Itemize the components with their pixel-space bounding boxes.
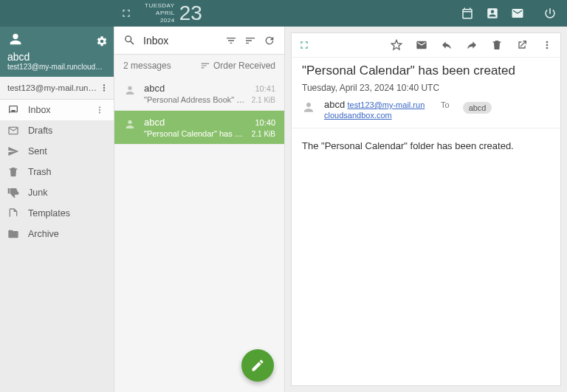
sort-order-label: Order Received: [213, 61, 275, 71]
svg-point-1: [128, 120, 131, 124]
fullscreen-icon[interactable]: [114, 0, 139, 27]
viewer-toolbar: [292, 33, 560, 58]
sidebar-item-drafts[interactable]: Drafts: [0, 120, 114, 141]
message-date: Tuesday, April 23, 2024 10:40 UTC: [302, 83, 550, 93]
more-vert-icon[interactable]: [541, 39, 553, 51]
filter-icon[interactable]: [225, 35, 237, 47]
open-new-icon[interactable]: [516, 39, 528, 51]
person-icon: [123, 117, 137, 138]
message-row[interactable]: abcd10:40"Personal Calendar" has been cr…: [114, 111, 284, 145]
reply-icon[interactable]: [441, 39, 453, 51]
contacts-icon[interactable]: [486, 7, 499, 20]
folder-label: Sent: [28, 146, 47, 157]
list-subheader: 2 messages Order Received: [114, 55, 284, 77]
msg-subject: "Personal Calendar" has been created: [144, 129, 247, 138]
account-email: test123@my-mail.runcloudsa...: [7, 83, 99, 92]
date-dayname: TUESDAY: [145, 2, 175, 10]
date-year: 2024: [160, 17, 175, 24]
topbar: TUESDAY APRIL 2024 23: [0, 0, 567, 27]
svg-point-2: [306, 103, 311, 107]
list-header: Inbox: [114, 27, 284, 55]
more-vert-icon[interactable]: [94, 105, 108, 115]
message-list: Inbox 2 messages Order Received abcd10:4…: [114, 27, 285, 392]
star-icon[interactable]: [391, 39, 402, 51]
folder-label: Inbox: [28, 105, 51, 115]
forward-icon[interactable]: [466, 39, 478, 51]
message-header: "Personal Calendar" has been created Tue…: [292, 58, 560, 128]
trash-icon: [7, 166, 21, 178]
msg-size: 2.1 KiB: [252, 130, 275, 138]
date-month: APRIL: [156, 10, 175, 17]
date-daynum: 23: [179, 3, 202, 24]
gear-icon[interactable]: [96, 35, 108, 47]
person-icon: [302, 99, 317, 116]
folder-list: InboxDraftsSentTrashJunkTemplatesArchive: [0, 100, 114, 244]
sort-icon[interactable]: [244, 35, 256, 47]
message-count: 2 messages: [123, 61, 171, 71]
profile-email: test123@my-mail.runcloudsa...: [7, 63, 106, 71]
drafts-icon: [7, 125, 21, 137]
account-row[interactable]: test123@my-mail.runcloudsa...: [0, 77, 114, 100]
message-body: The "Personal Calendar" folder has been …: [292, 128, 560, 163]
more-vert-icon[interactable]: [99, 83, 109, 93]
refresh-icon[interactable]: [264, 35, 275, 47]
inbox-icon: [7, 104, 21, 116]
msg-time: 10:41: [255, 84, 275, 93]
list-title: Inbox: [143, 35, 218, 47]
templates-icon: [7, 207, 21, 219]
sent-icon: [7, 145, 21, 157]
mark-unread-icon[interactable]: [416, 39, 427, 51]
mail-icon[interactable]: [511, 7, 524, 20]
folder-label: Templates: [28, 208, 70, 219]
sidebar-item-archive[interactable]: Archive: [0, 224, 114, 244]
delete-icon[interactable]: [491, 39, 503, 51]
from-name: abcd: [324, 99, 345, 110]
expand-icon[interactable]: [299, 40, 309, 50]
to-label: To: [441, 100, 450, 109]
profile-card: abcd test123@my-mail.runcloudsa...: [0, 27, 114, 77]
folder-label: Drafts: [28, 125, 52, 136]
folder-label: Junk: [28, 188, 47, 198]
msg-subject: "Personal Address Book" has been created: [144, 95, 247, 104]
msg-size: 2.1 KiB: [252, 96, 275, 104]
avatar-icon: [7, 31, 106, 49]
folder-label: Archive: [28, 229, 59, 239]
msg-time: 10:40: [255, 118, 275, 127]
junk-icon: [7, 187, 21, 199]
profile-name: abcd: [7, 51, 106, 63]
sidebar-item-inbox[interactable]: Inbox: [0, 100, 114, 120]
sort-order-button[interactable]: Order Received: [200, 61, 275, 71]
date-display: TUESDAY APRIL 2024 23: [139, 0, 208, 27]
compose-fab[interactable]: [241, 349, 274, 382]
sidebar: abcd test123@my-mail.runcloudsa... test1…: [0, 27, 114, 392]
sidebar-item-trash[interactable]: Trash: [0, 162, 114, 182]
search-icon[interactable]: [123, 34, 136, 47]
sidebar-item-sent[interactable]: Sent: [0, 141, 114, 162]
message-row[interactable]: abcd10:41"Personal Address Book" has bee…: [114, 77, 284, 111]
viewer-pane: "Personal Calendar" has been created Tue…: [285, 27, 567, 392]
svg-point-0: [128, 86, 131, 90]
sidebar-item-templates[interactable]: Templates: [0, 203, 114, 224]
power-icon[interactable]: [543, 7, 557, 20]
calendar-icon[interactable]: [461, 7, 474, 20]
sidebar-item-junk[interactable]: Junk: [0, 182, 114, 203]
msg-from: abcd: [144, 83, 165, 94]
folder-label: Trash: [28, 167, 52, 177]
message-subject: "Personal Calendar" has been created: [302, 63, 550, 78]
archive-icon: [7, 228, 21, 240]
to-chip[interactable]: abcd: [463, 102, 492, 114]
person-icon: [123, 83, 137, 104]
msg-from: abcd: [144, 117, 165, 128]
